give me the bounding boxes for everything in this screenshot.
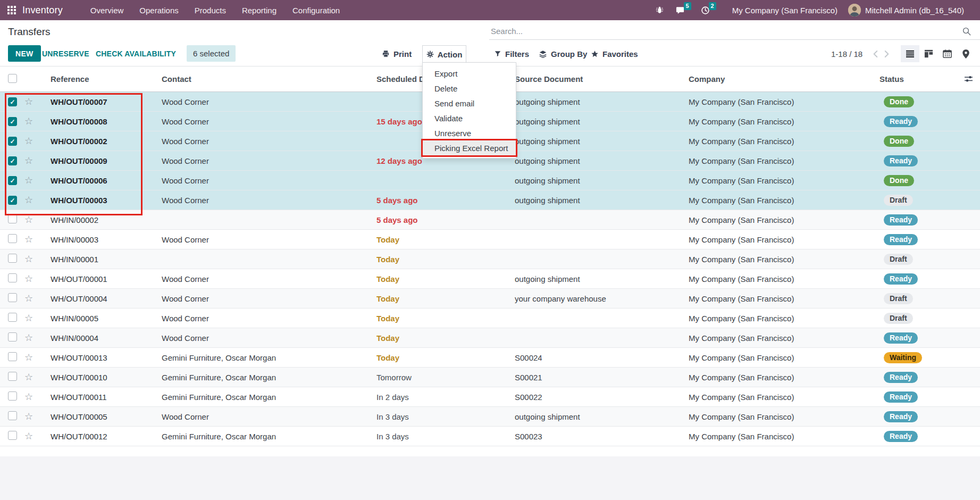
star-outline-icon[interactable]: ☆ [20, 274, 43, 284]
row-checkbox[interactable] [8, 352, 17, 361]
topbar-menu-operations[interactable]: Operations [139, 6, 178, 15]
row-checkbox[interactable] [8, 332, 17, 341]
table-row[interactable]: ☆ WH/OUT/00011 Gemini Furniture, Oscar M… [0, 387, 980, 407]
star-outline-icon[interactable]: ☆ [20, 294, 43, 303]
star-outline-icon[interactable]: ☆ [20, 353, 43, 362]
star-outline-icon[interactable]: ☆ [20, 333, 43, 343]
table-row[interactable]: ☆ WH/OUT/00012 Gemini Furniture, Oscar M… [0, 427, 980, 446]
star-outline-icon[interactable]: ☆ [20, 195, 43, 205]
star-outline-icon[interactable]: ☆ [20, 372, 43, 382]
unreserve-button[interactable]: UNRESERVE [42, 45, 89, 62]
row-checkbox[interactable] [8, 117, 17, 126]
new-button[interactable]: NEW [8, 45, 41, 62]
row-checkbox[interactable] [8, 196, 17, 205]
check-availability-button[interactable]: CHECK AVAILABILITY [96, 45, 176, 62]
action-button[interactable]: Action [422, 45, 466, 63]
column-header-source-document[interactable]: Source Document [513, 74, 686, 84]
star-outline-icon[interactable]: ☆ [20, 116, 43, 126]
topbar-menu-products[interactable]: Products [195, 6, 226, 15]
search-input[interactable]: Search... [489, 24, 980, 40]
calendar-view-icon[interactable] [938, 45, 957, 62]
row-checkbox[interactable] [8, 214, 17, 223]
star-outline-icon[interactable]: ☆ [20, 431, 43, 441]
topbar-menu-reporting[interactable]: Reporting [242, 6, 277, 15]
column-header-company[interactable]: Company [686, 74, 875, 84]
table-row[interactable]: ☆ WH/OUT/00006 Wood Corner outgoing ship… [0, 171, 980, 190]
column-header-status[interactable]: Status [875, 74, 957, 84]
row-checkbox[interactable] [8, 273, 17, 282]
messages-chat-icon[interactable]: 5 [675, 6, 685, 15]
row-checkbox[interactable] [8, 313, 17, 322]
row-checkbox[interactable] [8, 431, 17, 440]
table-row[interactable]: ☆ WH/IN/00001 Today My Company (San Fran… [0, 249, 980, 269]
table-row[interactable]: ☆ WH/OUT/00013 Gemini Furniture, Oscar M… [0, 348, 980, 368]
list-view-icon[interactable] [901, 45, 919, 62]
row-checkbox[interactable] [8, 234, 17, 243]
topbar-menu-overview[interactable]: Overview [90, 6, 124, 15]
reference-cell: WH/IN/00005 [43, 314, 160, 323]
table-row[interactable]: ☆ WH/IN/00002 5 days ago My Company (San… [0, 210, 980, 230]
action-menu-item[interactable]: Delete [423, 81, 516, 96]
group-by-button[interactable]: Group By [539, 45, 587, 62]
print-button[interactable]: Print [382, 45, 412, 62]
star-outline-icon[interactable]: ☆ [20, 97, 43, 106]
row-checkbox[interactable] [8, 176, 17, 185]
pager-next-chevron-icon[interactable] [881, 50, 892, 58]
row-checkbox[interactable] [8, 293, 17, 302]
table-row[interactable]: ☆ WH/IN/00004 Wood Corner Today My Compa… [0, 328, 980, 348]
row-checkbox[interactable] [8, 137, 17, 146]
favorites-button[interactable]: Favorites [591, 45, 638, 62]
table-row[interactable]: ☆ WH/OUT/00004 Wood Corner Today your co… [0, 289, 980, 309]
selected-count-chip: 6 selected [187, 45, 236, 62]
activities-clock-icon[interactable]: 2 [701, 6, 710, 15]
table-row[interactable]: ☆ WH/OUT/00001 Wood Corner Today outgoin… [0, 269, 980, 289]
row-checkbox[interactable] [8, 411, 17, 420]
star-outline-icon[interactable]: ☆ [20, 254, 43, 264]
app-name[interactable]: Inventory [22, 5, 63, 16]
column-header-reference[interactable]: Reference [43, 74, 160, 84]
pager-previous-chevron-icon[interactable] [870, 50, 881, 58]
row-checkbox[interactable] [8, 391, 17, 401]
filters-button[interactable]: Filters [494, 45, 529, 62]
star-outline-icon[interactable]: ☆ [20, 156, 43, 165]
apps-grid-icon[interactable] [7, 6, 16, 14]
status-badge: Done [884, 136, 914, 147]
pager-range: 1-18 / 18 [831, 49, 862, 59]
magnifier-icon[interactable] [962, 27, 971, 36]
star-outline-icon[interactable]: ☆ [20, 215, 43, 224]
action-menu-item[interactable]: Validate [423, 111, 516, 126]
user-menu[interactable]: Mitchell Admin (db_16_540) [865, 6, 964, 15]
column-header-contact[interactable]: Contact [160, 74, 372, 84]
action-menu-item[interactable]: Export [423, 66, 516, 81]
table-row[interactable]: ☆ WH/OUT/00010 Gemini Furniture, Oscar M… [0, 368, 980, 387]
table-row[interactable]: ☆ WH/OUT/00003 Wood Corner 5 days ago ou… [0, 190, 980, 210]
action-menu-item[interactable]: Unreserve [423, 126, 516, 140]
star-outline-icon[interactable]: ☆ [20, 313, 43, 323]
table-row[interactable]: ☆ WH/IN/00005 Wood Corner Today My Compa… [0, 309, 980, 328]
star-outline-icon[interactable]: ☆ [20, 392, 43, 402]
navbar-left: Inventory OverviewOperationsProductsRepo… [7, 5, 340, 16]
star-outline-icon[interactable]: ☆ [20, 235, 43, 244]
row-checkbox[interactable] [8, 372, 17, 381]
debug-bug-icon[interactable] [656, 6, 664, 14]
company-switcher[interactable]: My Company (San Francisco) [732, 6, 837, 15]
table-row[interactable]: ☆ WH/OUT/00005 Wood Corner In 3 days out… [0, 407, 980, 427]
topbar-menu-configuration[interactable]: Configuration [292, 6, 340, 15]
optional-columns-sliders-icon[interactable] [964, 75, 973, 83]
company-cell: My Company (San Francisco) [686, 215, 875, 224]
row-checkbox[interactable] [8, 97, 17, 106]
star-outline-icon[interactable]: ☆ [20, 136, 43, 146]
select-all-checkbox[interactable] [8, 74, 17, 83]
row-checkbox[interactable] [8, 254, 17, 263]
source-document-cell: your company warehouse [513, 294, 686, 303]
top-navbar: Inventory OverviewOperationsProductsRepo… [0, 0, 980, 20]
star-outline-icon[interactable]: ☆ [20, 176, 43, 185]
map-view-icon[interactable] [957, 45, 975, 62]
star-outline-icon[interactable]: ☆ [20, 412, 43, 421]
row-checkbox[interactable] [8, 156, 17, 165]
action-menu-item[interactable]: Send email [423, 96, 516, 111]
table-row[interactable]: ☆ WH/IN/00003 Wood Corner Today My Compa… [0, 230, 980, 249]
kanban-view-icon[interactable] [919, 45, 938, 62]
action-menu-item[interactable]: Picking Excel Report [423, 140, 516, 155]
user-avatar[interactable] [848, 4, 861, 16]
